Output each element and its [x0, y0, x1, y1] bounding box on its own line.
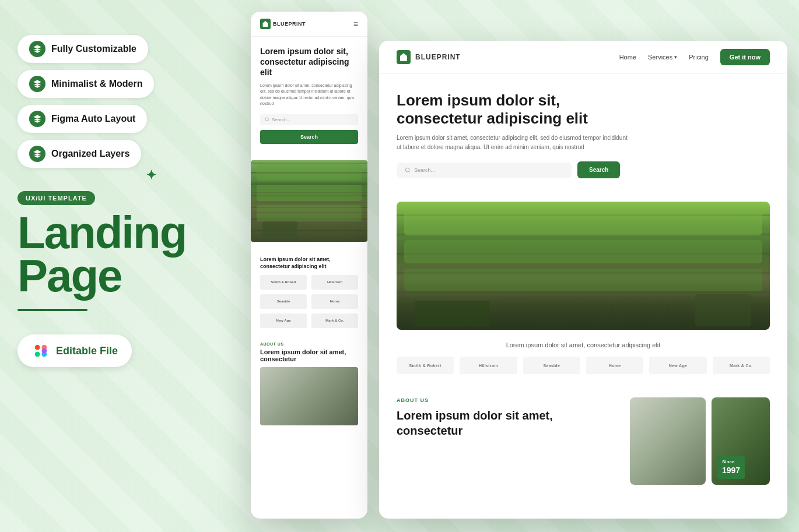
feature-tag-label-2: Minimalist & Modern	[51, 79, 142, 89]
left-panel: Fully Customizable Minimalist & Modern F…	[0, 0, 245, 532]
desktop-partner-logo-3: Seaside	[523, 357, 580, 374]
svg-point-5	[265, 118, 268, 121]
mobile-logos-grid: Smith & Robert Hillstrom Seaside Home Ne…	[260, 275, 358, 328]
desktop-hero-body: Lorem ipsum dolor sit amet, consectetur …	[397, 133, 630, 152]
mobile-logo: BLUEPRINT	[260, 19, 306, 29]
desktop-partner-logo-6: Mark & Co.	[713, 357, 770, 374]
mobile-logo-icon	[260, 19, 271, 29]
desktop-partner-logo-2: Hillstrom	[460, 357, 517, 374]
desktop-about-images: Since 1997	[630, 397, 770, 485]
mobile-about-section: ABOUT US Lorem ipsum dolor sit amet, con…	[251, 335, 367, 432]
landing-page-title: Landing Page	[17, 211, 227, 297]
feature-tag-label-1: Fully Customizable	[51, 44, 136, 54]
mobile-hero-body: Lorem ipsum dolor sit amet, consectetur …	[260, 83, 358, 107]
mobile-building-image	[251, 160, 367, 242]
svg-point-4	[41, 348, 47, 354]
mobile-search-placeholder: Search...	[272, 117, 290, 122]
mobile-partner-logo-5: New Age	[260, 313, 307, 328]
desktop-about-image-1	[630, 397, 706, 485]
desktop-partner-logo-4: Home	[586, 357, 643, 374]
svg-point-6	[405, 168, 409, 172]
mobile-partners-section: Lorem ipsum dolor sit amet, consectetur …	[251, 249, 367, 335]
desktop-about-label: ABOUT US	[397, 397, 618, 403]
desktop-partners-label: Lorem ipsum dolor sit amet, consectetur …	[397, 341, 770, 348]
desktop-search-row: Search... Search	[397, 161, 770, 178]
layers-icon-4	[29, 146, 45, 162]
mobile-partner-logo-2: Hillstrom	[311, 275, 358, 290]
nav-link-pricing[interactable]: Pricing	[689, 54, 709, 61]
mobile-search-box[interactable]: Search...	[260, 114, 358, 125]
mobile-about-image	[260, 367, 358, 425]
feature-tag-minimalist: Minimalist & Modern	[17, 70, 154, 98]
desktop-search-button[interactable]: Search	[577, 161, 620, 178]
desktop-about-section: ABOUT US Lorem ipsum dolor sit amet, con…	[379, 386, 787, 496]
feature-tag-label-4: Organized Layers	[51, 149, 129, 159]
desktop-about-title: Lorem ipsum dolor sit amet, consectetur	[397, 408, 618, 438]
desktop-logo-icon	[397, 50, 411, 64]
title-underline	[17, 309, 87, 311]
desktop-about-text: ABOUT US Lorem ipsum dolor sit amet, con…	[397, 397, 618, 438]
nav-link-services[interactable]: Services ▾	[648, 54, 677, 61]
mobile-partner-logo-1: Smith & Robert	[260, 275, 307, 290]
mobile-logo-text: BLUEPRINT	[273, 21, 306, 27]
figma-icon	[31, 341, 50, 360]
feature-tag-label-3: Figma Auto Layout	[51, 114, 135, 124]
mobile-about-label: ABOUT US	[260, 342, 358, 346]
desktop-search-placeholder: Search...	[414, 167, 435, 173]
desktop-mockup: BLUEPRINT Home Services ▾ Pricing Get it…	[379, 41, 787, 519]
desktop-hero: Lorem ipsum dolor sit, consectetur adipi…	[379, 74, 787, 202]
desktop-search-box[interactable]: Search...	[397, 163, 572, 178]
nav-link-home[interactable]: Home	[619, 54, 636, 61]
desktop-building-image	[397, 202, 770, 330]
desktop-nav: BLUEPRINT Home Services ▾ Pricing Get it…	[379, 41, 787, 74]
chevron-down-icon: ▾	[674, 54, 677, 60]
mobile-hero-title: Lorem ipsum dolor sit, consectetur adipi…	[260, 46, 358, 78]
feature-tags-list: Fully Customizable Minimalist & Modern F…	[17, 35, 227, 168]
feature-tag-figma: Figma Auto Layout	[17, 105, 147, 133]
editable-label: Editable File	[56, 345, 118, 357]
svg-rect-0	[35, 345, 40, 350]
mobile-partner-logo-6: Mark & Co.	[311, 313, 358, 328]
mobile-mockup: BLUEPRINT ≡ Lorem ipsum dolor sit, conse…	[251, 12, 367, 519]
desktop-partner-logo-1: Smith & Robert	[397, 357, 454, 374]
mobile-about-title: Lorem ipsum dolor sit amet, consectetur	[260, 348, 358, 362]
sparkle-decoration: ✦	[146, 168, 156, 183]
desktop-partner-logo-5: New Age	[649, 357, 706, 374]
svg-rect-2	[35, 352, 40, 357]
desktop-partners-section: Lorem ipsum dolor sit amet, consectetur …	[379, 330, 787, 386]
desktop-logo: BLUEPRINT	[397, 50, 461, 64]
mobile-search-button[interactable]: Search	[260, 130, 358, 144]
mobile-partners-title: Lorem ipsum dolor sit amet, consectetur …	[260, 256, 358, 270]
desktop-nav-links: Home Services ▾ Pricing Get it now	[619, 49, 770, 65]
mobile-partner-logo-4: Home	[311, 294, 358, 309]
mobile-hero: Lorem ipsum dolor sit, consectetur adipi…	[251, 37, 367, 160]
layers-icon-2	[29, 76, 45, 92]
mobile-header: BLUEPRINT ≡	[251, 12, 367, 37]
desktop-hero-title: Lorem ipsum dolor sit, consectetur adipi…	[397, 91, 630, 128]
desktop-logo-text: BLUEPRINT	[415, 53, 461, 61]
layers-icon-3	[29, 111, 45, 127]
editable-file-badge: Editable File	[17, 334, 132, 367]
feature-tag-fully-customizable: Fully Customizable	[17, 35, 148, 63]
mobile-menu-icon: ≡	[353, 19, 358, 29]
mobile-partner-logo-3: Seaside	[260, 294, 307, 309]
feature-tag-organized: Organized Layers	[17, 140, 141, 168]
desktop-partners-logos: Smith & Robert Hillstrom Seaside Home Ne…	[397, 357, 770, 374]
since-badge: Since 1997	[717, 456, 745, 480]
template-badge: UX/UI TEMPLATE	[17, 191, 95, 205]
desktop-about-image-2: Since 1997	[712, 397, 770, 485]
desktop-cta-button[interactable]: Get it now	[720, 49, 770, 65]
layers-icon-1	[29, 41, 45, 57]
